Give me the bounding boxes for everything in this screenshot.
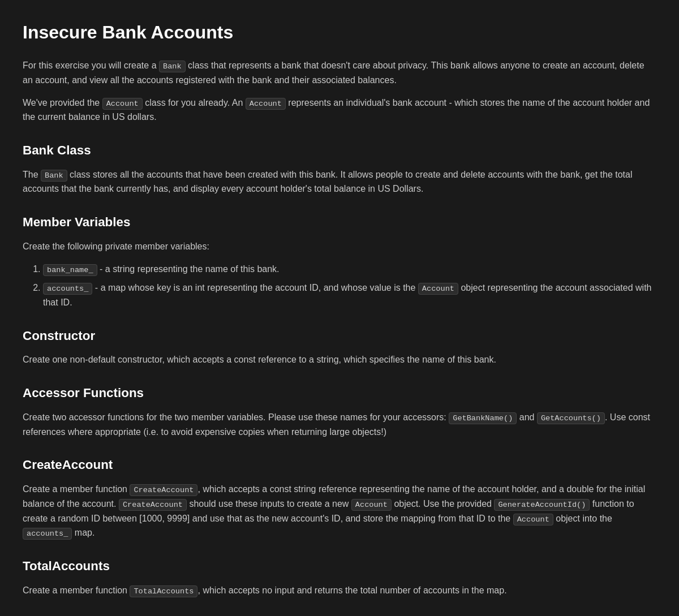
ta-after: , which accepts no input and returns the… [197,585,506,595]
account-code-inline-1: Account [102,98,143,110]
bank-class-desc: The Bank class stores all the accounts t… [23,167,656,196]
accounts-code: accounts_ [43,283,92,295]
ca-cont: object. Use the provided [392,499,494,509]
total-accounts-desc: Create a member function TotalAccounts, … [23,583,656,598]
accessor-functions-desc: Create two accessor functions for the tw… [23,410,656,439]
bank-code-inline-2: Bank [41,170,67,182]
account-code-inline-5: Account [513,514,553,525]
intro-paragraph-2: We've provided the Account class for you… [23,96,656,124]
bank-name-desc: - a string representing the name of this… [97,264,280,274]
get-bank-name-code: GetBankName() [449,412,517,424]
ca-end-middle: object into the [553,514,612,523]
accessor-desc-middle: and [517,412,537,422]
bank-class-heading: Bank Class [23,140,656,161]
ta-before: Create a member function [23,585,130,595]
constructor-heading: Constructor [23,326,656,346]
list-item: bank_name_ - a string representing the n… [43,262,656,277]
ca-middle: should use these inputs to create a new [187,499,351,509]
total-accounts-section: TotalAccounts Create a member function T… [23,556,656,598]
generate-account-id-code: GenerateAccountId() [494,499,590,511]
list-item: accounts_ - a map whose key is an int re… [43,281,656,309]
accessor-functions-section: Accessor Functions Create two accessor f… [23,383,656,439]
constructor-desc: Create one non-default constructor, whic… [23,352,656,367]
bank-class-desc-before: The [23,170,41,179]
ca-before: Create a member function [23,484,130,494]
total-accounts-heading: TotalAccounts [23,556,656,576]
account-code-inline-3: Account [418,283,458,295]
member-variables-list: bank_name_ - a string representing the n… [43,262,656,310]
intro-p2-middle: class for you already. An [143,98,246,107]
bank-class-section: Bank Class The Bank class stores all the… [23,140,656,196]
intro-paragraph-1: For this exercise you will create a Bank… [23,58,656,87]
create-account-code-1: CreateAccount [130,484,197,496]
accessor-desc-before: Create two accessor functions for the tw… [23,412,449,422]
bank-name-code: bank_name_ [43,264,97,276]
page-title: Insecure Bank Accounts [23,18,656,47]
constructor-section: Constructor Create one non-default const… [23,326,656,367]
create-account-desc: Create a member function CreateAccount, … [23,482,656,540]
create-account-heading: CreateAccount [23,455,656,475]
bank-code-inline-1: Bank [159,61,186,72]
accounts-map-code: accounts_ [23,528,72,540]
accounts-desc-before: - a map whose key is an int representing… [92,283,418,292]
intro-p2-before-account1: We've provided the [23,98,102,107]
bank-class-desc-after: class stores all the accounts that have … [23,170,632,194]
create-account-code-2: CreateAccount [119,499,187,511]
ca-end: map. [72,528,94,537]
total-accounts-code: TotalAccounts [130,585,197,597]
accessor-functions-heading: Accessor Functions [23,383,656,403]
account-code-inline-4: Account [351,499,392,511]
get-accounts-code: GetAccounts() [537,412,605,424]
member-variables-section: Member Variables Create the following pr… [23,212,656,310]
create-account-section: CreateAccount Create a member function C… [23,455,656,540]
account-code-inline-2: Account [246,98,286,110]
member-variables-heading: Member Variables [23,212,656,232]
intro-p1-before-bank: For this exercise you will create a [23,61,159,70]
member-variables-intro: Create the following private member vari… [23,239,656,254]
